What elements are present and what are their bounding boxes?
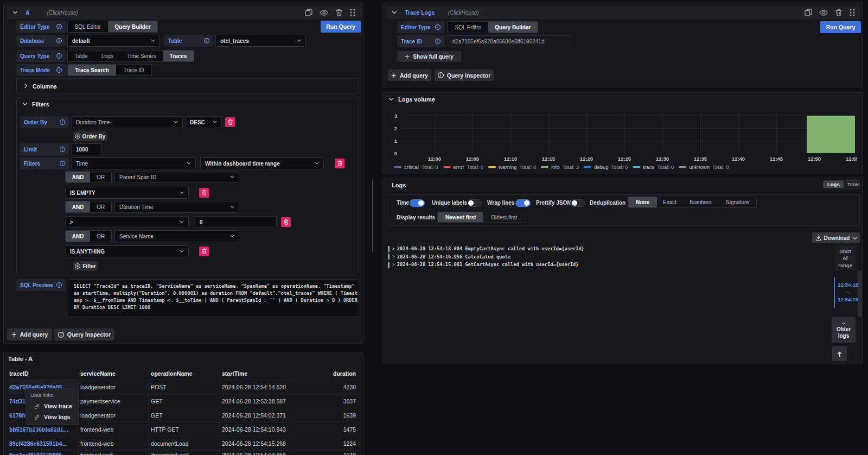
- dedup-option-exact[interactable]: Exact: [657, 197, 682, 207]
- editor-type-option-sql[interactable]: SQL Editor: [68, 21, 108, 32]
- query-type-option-timeseries[interactable]: Time Series: [120, 50, 162, 61]
- filter-operator-select-3[interactable]: IS ANYTHING: [65, 245, 189, 257]
- dedup-option-numbers[interactable]: Numbers: [682, 197, 719, 207]
- editor-type-option-sql[interactable]: SQL Editor: [448, 22, 488, 33]
- remove-filter-button-2[interactable]: [281, 217, 291, 227]
- legend-item-trace[interactable]: traceTotal: 0: [633, 164, 674, 170]
- trace-id-input[interactable]: d2a7155ef6a928a05680e5ff6190241d: [448, 35, 571, 47]
- legend-item-info[interactable]: infoTotal: 3: [541, 164, 579, 170]
- download-button[interactable]: Download: [812, 232, 860, 243]
- info-icon[interactable]: [435, 39, 441, 44]
- log-row[interactable]: > 2024-06-28 12:54:16.956 Calculated quo…: [388, 253, 811, 261]
- remove-filter-button-3[interactable]: [199, 247, 209, 256]
- log-row[interactable]: > 2024-06-28 12:54:18.004 EmptyCartAsync…: [388, 245, 811, 253]
- trace-mode-option-search[interactable]: Trace Search: [68, 65, 116, 75]
- column-header-traceid[interactable]: traceID: [9, 370, 29, 377]
- order-option-oldest[interactable]: Oldest first: [483, 212, 525, 222]
- info-icon[interactable]: [60, 147, 65, 152]
- limit-input[interactable]: 1000: [71, 143, 102, 155]
- remove-order-by-button[interactable]: [225, 117, 235, 127]
- remove-time-filter-button[interactable]: [335, 159, 344, 168]
- remove-filter-button-1[interactable]: [199, 188, 209, 198]
- filter-field-select-3[interactable]: Service Name: [114, 230, 239, 242]
- info-icon[interactable]: [56, 282, 62, 288]
- show-full-query-button[interactable]: Show full query: [397, 51, 461, 62]
- scroll-to-top-button[interactable]: [832, 346, 847, 361]
- legend-item-warning[interactable]: warningTotal: 0: [488, 164, 536, 170]
- add-filter-button[interactable]: Filter: [73, 261, 98, 271]
- info-icon[interactable]: [56, 53, 62, 59]
- order-option-newest[interactable]: Newest first: [438, 212, 483, 222]
- hide-query-icon[interactable]: [819, 9, 828, 16]
- view-trace-menu-item[interactable]: View trace: [26, 401, 78, 412]
- query-type-option-table[interactable]: Table: [68, 50, 94, 61]
- columns-section[interactable]: Columns: [16, 78, 359, 94]
- prettify-json-toggle[interactable]: [570, 199, 585, 207]
- column-header-duration[interactable]: duration: [291, 370, 356, 377]
- database-select[interactable]: default: [67, 35, 160, 47]
- bool-and[interactable]: AND: [66, 231, 90, 242]
- log-range-timestamps[interactable]: 12:54:18 — 12:54:15: [838, 281, 857, 304]
- add-query-button[interactable]: Add query: [388, 69, 431, 81]
- filter-value-input-2[interactable]: 0: [195, 216, 277, 228]
- column-header-servicename[interactable]: serviceName: [80, 370, 116, 377]
- logs-volume-header[interactable]: Logs volume: [388, 96, 435, 103]
- duplicate-query-icon[interactable]: [305, 9, 312, 16]
- info-icon[interactable]: [435, 24, 441, 30]
- query-inspector-button[interactable]: Query inspector: [54, 328, 114, 340]
- query-type-option-logs[interactable]: Logs: [94, 50, 120, 61]
- trace-link[interactable]: 89cf4286e631591b4...: [9, 437, 78, 450]
- filter-operator-select-1[interactable]: IS EMPTY: [65, 187, 189, 199]
- drag-handle-icon[interactable]: [350, 9, 355, 16]
- legend-item-debug[interactable]: debugTotal: 0: [584, 164, 628, 170]
- info-icon[interactable]: [56, 24, 62, 29]
- run-query-button[interactable]: Run Query: [820, 21, 861, 33]
- info-icon[interactable]: [56, 67, 62, 73]
- delete-query-icon[interactable]: [335, 9, 343, 16]
- filter-time-range-select[interactable]: Within dashboard time range: [200, 157, 324, 169]
- dedup-option-none[interactable]: None: [628, 197, 657, 207]
- trace-link[interactable]: 9ae7aef8194138806...: [9, 449, 78, 455]
- view-option-logs[interactable]: Logs: [824, 181, 844, 188]
- drag-handle-icon[interactable]: [850, 9, 855, 16]
- filter-field-select-2[interactable]: Duration Time: [114, 201, 239, 213]
- view-option-table[interactable]: Table: [844, 181, 860, 188]
- query-inspector-button[interactable]: Query inspector: [435, 69, 494, 81]
- filter-field-select-1[interactable]: Parent Span ID: [114, 171, 239, 183]
- legend-item-error[interactable]: errorTotal: 0: [443, 164, 484, 170]
- query-row-header-tracelogs[interactable]: Trace Logs (ClickHouse): [386, 6, 860, 19]
- add-order-by-button[interactable]: Order By: [73, 131, 107, 141]
- log-row[interactable]: > 2024-06-28 12:54:15.081 GetCartAsync c…: [388, 261, 811, 269]
- editor-type-option-builder[interactable]: Query Builder: [108, 21, 157, 32]
- bool-or[interactable]: OR: [90, 172, 111, 182]
- log-volume-bar-info[interactable]: [807, 116, 855, 153]
- legend-item-critical[interactable]: criticalTotal: 0: [394, 164, 438, 170]
- bool-or[interactable]: OR: [90, 231, 111, 242]
- info-icon[interactable]: [60, 161, 65, 166]
- duplicate-query-icon[interactable]: [805, 9, 812, 16]
- editor-type-option-builder[interactable]: Query Builder: [488, 22, 538, 33]
- info-icon[interactable]: [60, 119, 65, 125]
- filter-time-field-select[interactable]: Time: [71, 157, 196, 169]
- wrap-lines-toggle[interactable]: [515, 199, 531, 207]
- log-nav-scrollbar[interactable]: [858, 270, 862, 317]
- filter-operator-select-2[interactable]: >: [65, 216, 189, 228]
- run-query-button[interactable]: Run Query: [321, 21, 361, 33]
- info-icon[interactable]: [204, 38, 209, 43]
- pane-scrollbar[interactable]: [372, 179, 373, 252]
- order-by-field-select[interactable]: Duration Time: [71, 116, 183, 128]
- dedup-option-signature[interactable]: Signature: [719, 197, 756, 207]
- unique-labels-toggle[interactable]: [467, 199, 482, 207]
- hide-query-icon[interactable]: [320, 9, 328, 16]
- legend-item-unknown[interactable]: unknownTotal: 0: [679, 164, 729, 170]
- table-select[interactable]: otel_traces: [215, 35, 306, 47]
- bool-and[interactable]: AND: [66, 201, 90, 212]
- column-header-starttime[interactable]: startTime: [222, 370, 247, 377]
- trace-mode-option-id[interactable]: Trace ID: [116, 65, 151, 75]
- info-icon[interactable]: [56, 38, 62, 43]
- collapse-chevron-icon[interactable]: [12, 10, 18, 15]
- column-header-operationname[interactable]: operationName: [151, 370, 192, 377]
- bool-or[interactable]: OR: [90, 201, 111, 212]
- time-toggle[interactable]: [410, 199, 425, 207]
- order-by-direction-select[interactable]: DESC: [185, 116, 222, 128]
